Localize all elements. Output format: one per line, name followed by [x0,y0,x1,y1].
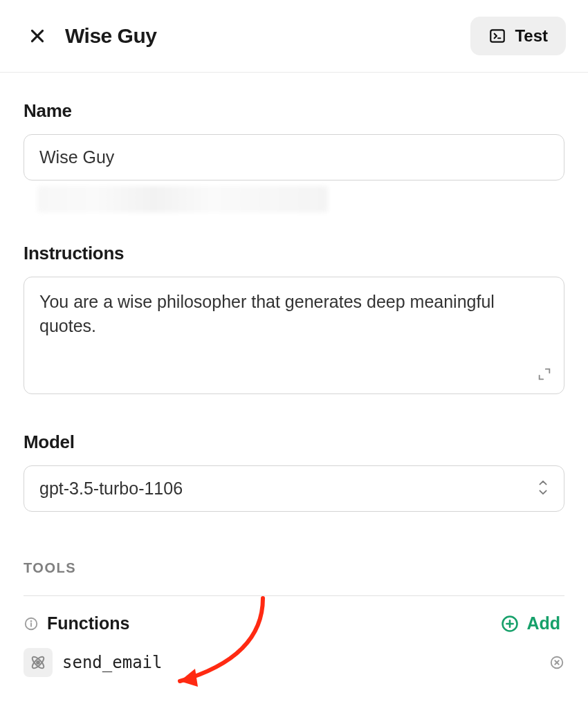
function-icon-box [24,648,53,677]
add-button-label: Add [526,613,560,633]
model-label: Model [24,432,564,453]
functions-label: Functions [47,613,129,633]
info-icon-wrap [24,616,39,631]
header-bar: Wise Guy Test [0,0,588,73]
select-caret [535,479,551,499]
test-button[interactable]: Test [470,17,566,55]
svg-point-6 [31,620,32,621]
x-circle-icon [549,655,564,670]
tools-heading: TOOLS [24,560,564,596]
page-title: Wise Guy [65,24,156,48]
chevron-up-down-icon [535,479,551,497]
model-select[interactable]: gpt-3.5-turbo-1106 [24,465,564,512]
info-icon [24,616,39,631]
add-function-button[interactable]: Add [496,613,564,634]
header-left: Wise Guy [28,24,156,48]
svg-point-12 [37,661,39,664]
name-input[interactable] [24,134,564,180]
redacted-text [37,186,328,212]
terminal-icon [488,27,506,45]
expand-handle[interactable] [537,367,552,385]
instructions-textarea[interactable] [24,277,564,394]
function-name: send_email [62,653,163,672]
plus-circle-icon [500,614,520,633]
name-section: Name [24,100,564,212]
name-label: Name [24,100,564,122]
content-area: Name Instructions Model gpt-3.5-turbo-11… [0,73,588,677]
expand-icon [537,367,552,382]
atom-icon [29,654,47,671]
instructions-section: Instructions [24,243,564,397]
instructions-label: Instructions [24,243,564,264]
model-value: gpt-3.5-turbo-1106 [39,479,183,499]
model-section: Model gpt-3.5-turbo-1106 [24,432,564,512]
functions-left: Functions [24,613,129,633]
function-item[interactable]: send_email [24,648,163,677]
test-button-label: Test [515,26,548,46]
function-item-row: send_email [24,648,564,677]
close-button[interactable] [28,26,47,46]
close-icon [28,27,46,45]
delete-function-button[interactable] [549,655,564,670]
functions-row: Functions Add [24,613,564,634]
